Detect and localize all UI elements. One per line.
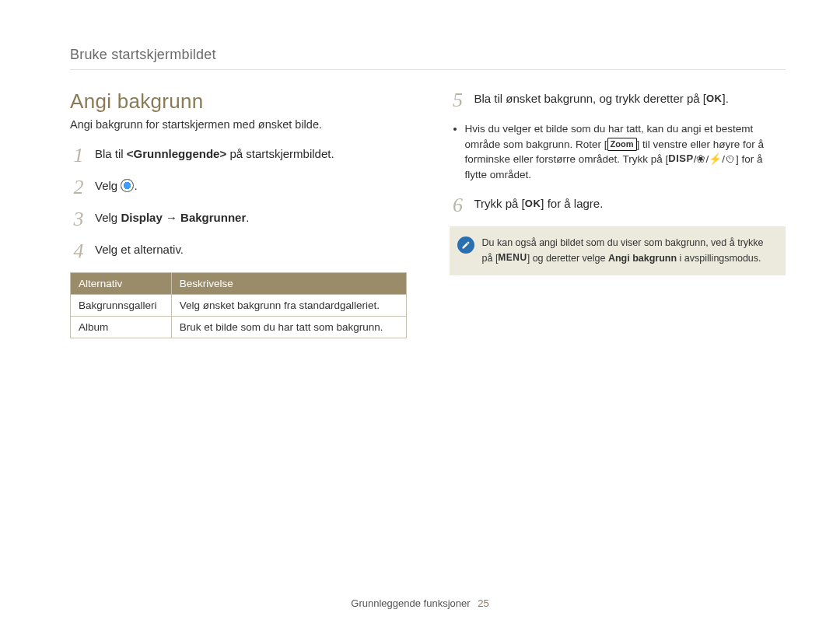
step-1: 1 Bla til <Grunnleggende> på startskjerm… <box>70 145 407 169</box>
section-title: Angi bakgrunn <box>70 89 407 114</box>
menu-icon: MENU <box>498 250 527 264</box>
cell-desc: Velg ønsket bakgrunn fra standardgalleri… <box>171 295 406 317</box>
options-table: Alternativ Beskrivelse Bakgrunnsgalleri … <box>70 272 407 338</box>
arrow: → <box>163 211 180 224</box>
left-column: Angi bakgrunn Angi bakgrunn for startskj… <box>70 89 407 338</box>
step-4: 4 Velg et alternativ. <box>70 240 407 264</box>
app-icon <box>121 179 134 192</box>
text: Trykk på [ <box>474 197 525 210</box>
text: i avspillingsmodus. <box>677 253 761 264</box>
flash-icon: ⚡ <box>709 153 722 165</box>
step-number: 1 <box>70 142 87 169</box>
nav-icons: DISP/❀/⚡/⏲ <box>668 153 736 165</box>
table-body: Bakgrunnsgalleri Velg ønsket bakgrunn fr… <box>71 295 407 338</box>
table-row: Album Bruk et bilde som du har tatt som … <box>71 317 407 338</box>
cell-name: Bakgrunnsgalleri <box>71 295 172 317</box>
zoom-icon: Zoom <box>607 138 637 151</box>
step-text: Velg et alternativ. <box>95 240 184 257</box>
ok-icon: OK <box>706 92 723 106</box>
text: på startskjermbildet. <box>226 147 334 160</box>
cell-desc: Bruk et bilde som du har tatt som bakgru… <box>171 317 406 338</box>
info-icon <box>457 236 474 254</box>
text: ] og deretter velge <box>527 253 608 264</box>
page-footer: Grunnleggende funksjoner 25 <box>0 597 840 609</box>
timer-icon: ⏲ <box>725 153 736 165</box>
text: . <box>134 179 137 192</box>
step-5: 5 Bla til ønsket bakgrunn, og trykk dere… <box>450 89 786 114</box>
text: Velg <box>95 179 121 192</box>
step-2: 2 Velg . <box>70 177 407 201</box>
step-number: 5 <box>450 86 467 114</box>
macro-icon: ❀ <box>696 153 705 165</box>
page-number: 25 <box>478 597 488 609</box>
step-text: Trykk på [OK] for å lagre. <box>474 194 604 212</box>
step-6: 6 Trykk på [OK] for å lagre. <box>450 194 786 219</box>
step-number: 2 <box>70 173 87 201</box>
text: ] for å lagre. <box>541 197 603 210</box>
bullet-item: Hvis du velger et bilde som du har tatt,… <box>465 121 786 182</box>
sub-bullets: Hvis du velger et bilde som du har tatt,… <box>465 121 786 182</box>
step-list-right: 5 Bla til ønsket bakgrunn, og trykk dere… <box>450 89 786 114</box>
step-3: 3 Velg Display → Bakgrunner. <box>70 208 407 233</box>
pencil-icon <box>461 240 471 250</box>
text: . <box>246 211 249 224</box>
content-columns: Angi bakgrunn Angi bakgrunn for startskj… <box>70 89 786 338</box>
step-number: 6 <box>450 191 467 219</box>
text: Bla til <box>95 147 127 160</box>
table-head-row: Alternativ Beskrivelse <box>71 273 407 295</box>
manual-page: Bruke startskjermbildet Angi bakgrunn An… <box>0 0 840 634</box>
emphasis: <Grunnleggende> <box>127 147 226 160</box>
table-head: Alternativ Beskrivelse <box>71 273 407 295</box>
th-alternative: Alternativ <box>71 273 172 295</box>
emphasis: Bakgrunner <box>180 211 246 224</box>
tip-note: Du kan også angi bildet som du viser som… <box>450 226 786 275</box>
step-text: Velg . <box>95 177 138 194</box>
note-text: Du kan også angi bildet som du viser som… <box>482 236 775 266</box>
step-text: Velg Display → Bakgrunner. <box>95 208 249 226</box>
emphasis: Display <box>121 211 162 224</box>
text: Velg <box>95 211 121 224</box>
table-row: Bakgrunnsgalleri Velg ønsket bakgrunn fr… <box>71 295 407 317</box>
step-number: 3 <box>70 205 87 233</box>
breadcrumb: Bruke startskjermbildet <box>70 47 786 70</box>
step-number: 4 <box>70 237 87 264</box>
step-list-right-cont: 6 Trykk på [OK] for å lagre. <box>450 194 786 219</box>
step-text: Bla til <Grunnleggende> på startskjermbi… <box>95 145 334 162</box>
intro-text: Angi bakgrunn for startskjermen med ønsk… <box>70 118 407 131</box>
emphasis: Angi bakgrunn <box>608 253 677 264</box>
right-column: 5 Bla til ønsket bakgrunn, og trykk dere… <box>450 89 786 338</box>
footer-label: Grunnleggende funksjoner <box>351 597 470 609</box>
th-description: Beskrivelse <box>171 273 406 295</box>
step-text: Bla til ønsket bakgrunn, og trykk derett… <box>474 89 729 107</box>
ok-icon: OK <box>525 197 541 211</box>
cell-name: Album <box>71 317 172 338</box>
disp-icon: DISP <box>668 152 693 166</box>
text: ]. <box>722 92 728 105</box>
step-list-left: 1 Bla til <Grunnleggende> på startskjerm… <box>70 145 407 264</box>
text: Bla til ønsket bakgrunn, og trykk derett… <box>474 92 706 105</box>
